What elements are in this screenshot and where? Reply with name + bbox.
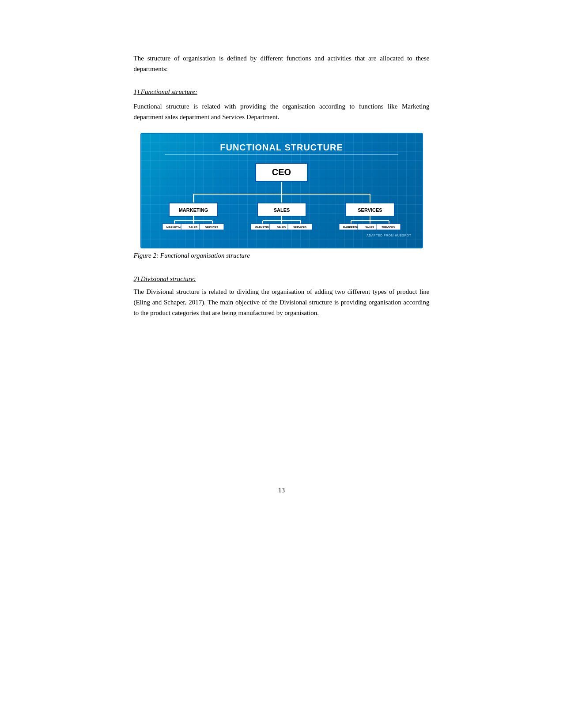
svg-text:MARKETING: MARKETING xyxy=(254,226,271,229)
functional-diagram: FUNCTIONAL STRUCTURE CEO MARKETING xyxy=(140,133,423,248)
section2-title: Divisional structure: xyxy=(141,275,196,282)
section2-heading: 2) Divisional structure: xyxy=(134,275,430,283)
svg-text:SALES: SALES xyxy=(276,226,285,229)
page-number: 13 xyxy=(278,487,285,494)
svg-text:MARKETING: MARKETING xyxy=(343,226,359,229)
ceo-row: CEO xyxy=(152,163,412,182)
section1-heading: 1) Functional structure: xyxy=(134,88,430,96)
diagram-attribution: ADAPTED FROM HUBSPOT xyxy=(152,234,412,237)
svg-text:MARKETING: MARKETING xyxy=(178,207,208,213)
section1-number: 1) xyxy=(134,88,141,95)
section2-number: 2) xyxy=(134,275,141,282)
section2-body: The Divisional structure is related to d… xyxy=(134,286,430,318)
functional-structure-figure: FUNCTIONAL STRUCTURE CEO MARKETING xyxy=(134,133,430,248)
page: The structure of organisation is defined… xyxy=(94,26,469,512)
svg-text:SERVICES: SERVICES xyxy=(381,226,394,229)
svg-text:SERVICES: SERVICES xyxy=(204,226,218,229)
svg-text:MARKETING: MARKETING xyxy=(166,226,182,229)
svg-text:SALES: SALES xyxy=(365,226,374,229)
ceo-box: CEO xyxy=(255,163,308,182)
svg-text:SALES: SALES xyxy=(188,226,197,229)
org-chart-connectors: MARKETING SALES SERVICES MARKETING SALES xyxy=(152,182,412,230)
svg-text:SERVICES: SERVICES xyxy=(358,207,382,213)
svg-text:SERVICES: SERVICES xyxy=(293,226,306,229)
section1-title: Functional structure: xyxy=(141,88,197,95)
intro-paragraph: The structure of organisation is defined… xyxy=(134,53,430,74)
svg-text:SALES: SALES xyxy=(273,207,290,213)
figure-caption: Figure 2: Functional organisation struct… xyxy=(134,252,430,259)
diagram-title: FUNCTIONAL STRUCTURE xyxy=(152,143,412,153)
section1-body: Functional structure is related with pro… xyxy=(134,101,430,122)
diagram-title-underline xyxy=(165,154,398,155)
